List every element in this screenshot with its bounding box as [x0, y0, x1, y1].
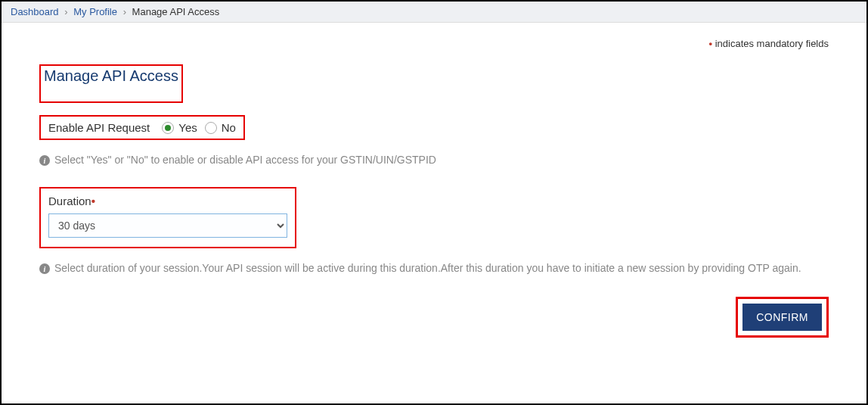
info-duration: i Select duration of your session.Your A…	[39, 262, 829, 274]
radio-yes[interactable]	[162, 122, 174, 134]
page-title: Manage API Access	[41, 66, 181, 86]
asterisk-icon: •	[91, 195, 95, 207]
confirm-button[interactable]: CONFIRM	[742, 304, 822, 331]
radio-no-label: No	[222, 121, 236, 134]
info-icon: i	[39, 263, 50, 274]
mandatory-note-text: indicates mandatory fields	[715, 38, 829, 49]
duration-block: Duration• 30 days	[39, 187, 296, 248]
enable-api-label: Enable API Request	[48, 121, 150, 134]
breadcrumb-dashboard[interactable]: Dashboard	[11, 6, 59, 17]
breadcrumb-sep-icon: ›	[123, 6, 126, 17]
radio-yes-label: Yes	[178, 121, 197, 134]
duration-label: Duration	[48, 195, 91, 207]
duration-select[interactable]: 30 days	[48, 213, 287, 238]
breadcrumb-current: Manage API Access	[132, 6, 220, 17]
radio-no[interactable]	[205, 122, 217, 134]
info-enable-api-text: Select "Yes" or "No" to enable or disabl…	[54, 154, 436, 166]
info-duration-text: Select duration of your session.Your API…	[54, 262, 801, 274]
info-enable-api: i Select "Yes" or "No" to enable or disa…	[39, 154, 829, 166]
breadcrumb-my-profile[interactable]: My Profile	[73, 6, 117, 17]
breadcrumb: Dashboard › My Profile › Manage API Acce…	[2, 2, 866, 23]
asterisk-icon: •	[709, 38, 713, 49]
info-icon: i	[39, 155, 50, 166]
enable-api-row: Enable API Request Yes No	[39, 115, 245, 140]
mandatory-note: • indicates mandatory fields	[39, 38, 829, 49]
breadcrumb-sep-icon: ›	[64, 6, 67, 17]
